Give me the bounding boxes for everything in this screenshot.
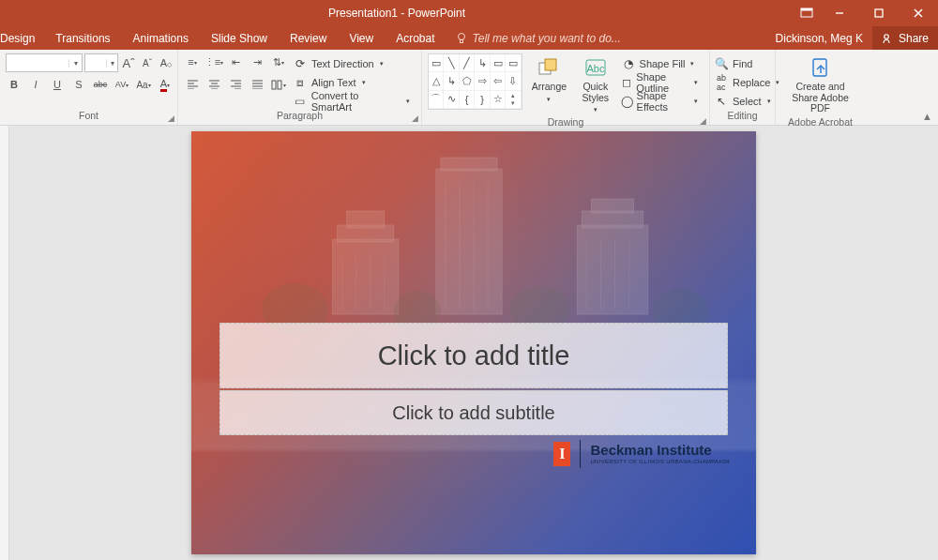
shapes-more-icon[interactable]: ▴▾ [506,91,521,109]
dialog-launcher-icon[interactable]: ◢ [412,114,418,123]
shape-brace-l-icon[interactable]: { [460,91,475,109]
tab-animations[interactable]: Animations [122,26,200,50]
slide-logo: I Beckman Institute UNIVERSITY OF ILLINO… [553,440,730,468]
arrange-button[interactable]: Arrange▾ [528,53,570,105]
decrease-indent-button[interactable]: ⇤ [227,53,244,70]
illinois-i-icon: I [553,442,570,466]
close-button[interactable] [899,0,938,26]
text-direction-icon: ⟳ [293,56,308,71]
shape-line2-icon[interactable]: ╱ [460,54,475,72]
tell-me-text: Tell me what you want to do... [473,32,621,45]
numbering-button[interactable]: ⋮≡▾ [205,53,222,70]
justify-button[interactable] [249,76,265,93]
shape-outline-button[interactable]: ◻Shape Outline▾ [621,74,704,91]
align-right-button[interactable] [227,76,244,93]
user-name[interactable]: Dickinson, Meg K [766,32,872,45]
shape-connector2-icon[interactable]: ↳ [444,72,459,90]
char-spacing-button[interactable]: AV▾ [113,76,130,93]
shape-arrowdown-icon[interactable]: ⇩ [506,72,521,90]
shape-arc-icon[interactable]: ⌒ [429,91,444,109]
slide-canvas-area[interactable]: Click to add title Click to add subtitle… [9,126,938,560]
dialog-launcher-icon[interactable]: ◢ [700,116,706,126]
group-label-acrobat: Adobe Acrobat [776,116,865,128]
bullets-button[interactable]: ≡▾ [184,53,201,70]
strikethrough-button[interactable]: abc [92,76,109,93]
title-placeholder[interactable]: Click to add title [219,323,728,388]
shape-curve-icon[interactable]: ∿ [444,91,459,109]
share-button[interactable]: Share [872,26,938,50]
line-spacing-button[interactable]: ⇅▾ [270,53,287,70]
align-center-button[interactable] [205,76,222,93]
text-direction-button[interactable]: ⟳Text Direction▾ [293,55,416,72]
shape-rect-icon[interactable]: ▭ [429,54,444,72]
shape-effects-button[interactable]: ◯Shape Effects▾ [621,93,704,110]
create-share-pdf-button[interactable]: Create and Share Adobe PDF [781,53,859,116]
group-label-paragraph: Paragraph◢ [178,110,421,125]
group-label-drawing: Drawing◢ [422,116,709,128]
svg-point-6 [458,33,464,39]
group-font: ▾ ▾ Aˆ Aˇ A◇ B I U S abc AV▾ Aa▾ A▾ Font… [0,50,178,125]
title-placeholder-text: Click to add title [378,341,570,371]
font-family-combo[interactable]: ▾ [6,53,83,72]
underline-button[interactable]: U [49,76,66,93]
select-icon: ↖ [714,94,729,109]
ribbon: ▾ ▾ Aˆ Aˇ A◇ B I U S abc AV▾ Aa▾ A▾ Font… [0,50,938,126]
arrange-icon [537,55,561,80]
title-bar: Presentation1 - PowerPoint [0,0,938,26]
dialog-launcher-icon[interactable]: ◢ [168,114,174,123]
shape-rect2-icon[interactable]: ▭ [491,54,506,72]
columns-button[interactable]: ▾ [270,76,287,93]
slide-thumbnail-pane[interactable] [0,126,9,560]
minimize-button[interactable] [820,0,859,26]
shape-fill-button[interactable]: ◔Shape Fill▾ [621,55,704,72]
window-title: Presentation1 - PowerPoint [0,7,794,20]
svg-rect-1 [801,8,812,11]
shape-brace-r-icon[interactable]: } [475,91,490,109]
tab-view[interactable]: View [338,26,385,50]
shrink-font-button[interactable]: Aˇ [139,54,156,71]
tab-acrobat[interactable]: Acrobat [385,26,446,50]
workspace: Click to add title Click to add subtitle… [0,126,938,560]
shape-outline-icon: ◻ [621,75,633,90]
shape-line-icon[interactable]: ╲ [444,54,459,72]
grow-font-button[interactable]: Aˆ [120,54,137,71]
slide[interactable]: Click to add title Click to add subtitle… [191,131,756,554]
group-label-font: Font◢ [0,110,177,125]
align-left-button[interactable] [184,76,201,93]
ribbon-display-options-icon[interactable] [794,8,820,19]
shape-arrow-icon[interactable]: ⇨ [475,72,490,90]
shape-pentagon-icon[interactable]: ⬠ [460,72,475,90]
tell-me-search[interactable]: Tell me what you want to do... [446,32,621,45]
shape-arrow2-icon[interactable]: ⇦ [491,72,506,90]
select-button[interactable]: ↖Select▾ [714,93,785,110]
font-size-combo[interactable]: ▾ [84,53,118,72]
text-shadow-button[interactable]: S [70,76,87,93]
font-color-button[interactable]: A▾ [157,76,174,93]
shape-triangle-icon[interactable]: △ [429,72,444,90]
tab-review[interactable]: Review [279,26,338,50]
share-label: Share [899,32,929,45]
italic-button[interactable]: I [27,76,44,93]
quick-styles-button[interactable]: Abc Quick Styles▾ [576,53,614,116]
tab-transitions[interactable]: Transitions [44,26,121,50]
maximize-button[interactable] [859,0,899,26]
replace-button[interactable]: abacReplace▾ [714,74,785,91]
subtitle-placeholder[interactable]: Click to add subtitle [219,390,728,435]
collapse-ribbon-icon[interactable]: ▲ [922,111,932,122]
clear-formatting-button[interactable]: A◇ [158,54,174,71]
lightbulb-icon [456,32,467,45]
tab-design[interactable]: Design [0,26,44,50]
tab-slideshow[interactable]: Slide Show [200,26,279,50]
bold-button[interactable]: B [6,76,23,93]
shape-rect3-icon[interactable]: ▭ [506,54,521,72]
shapes-gallery[interactable]: ▭ ╲ ╱ ↳ ▭ ▭ △ ↳ ⬠ ⇨ ⇦ ⇩ ⌒ ∿ [428,53,522,110]
logo-sub-text: UNIVERSITY OF ILLINOIS URBANA-CHAMPAIGN [590,459,730,465]
convert-smartart-button[interactable]: ▭Convert to SmartArt▾ [293,93,416,110]
svg-text:Abc: Abc [586,63,604,74]
change-case-button[interactable]: Aa▾ [135,76,152,93]
align-text-button[interactable]: ⧈Align Text▾ [293,74,416,91]
find-button[interactable]: 🔍Find [714,55,785,72]
shape-star-icon[interactable]: ☆ [491,91,506,109]
shape-connector-icon[interactable]: ↳ [475,54,490,72]
increase-indent-button[interactable]: ⇥ [249,53,265,70]
